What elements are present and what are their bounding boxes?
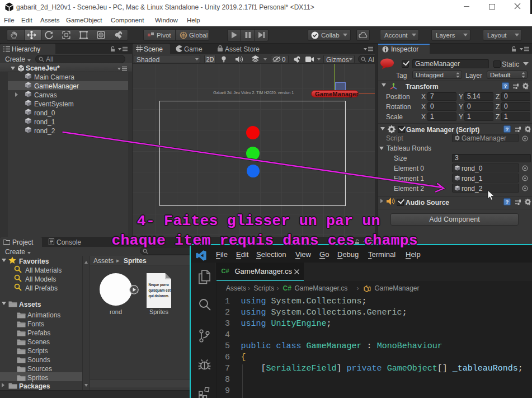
svg-text:?: ? <box>506 126 509 132</box>
svg-text:?: ? <box>506 199 509 205</box>
svg-text:?: ? <box>504 83 507 89</box>
